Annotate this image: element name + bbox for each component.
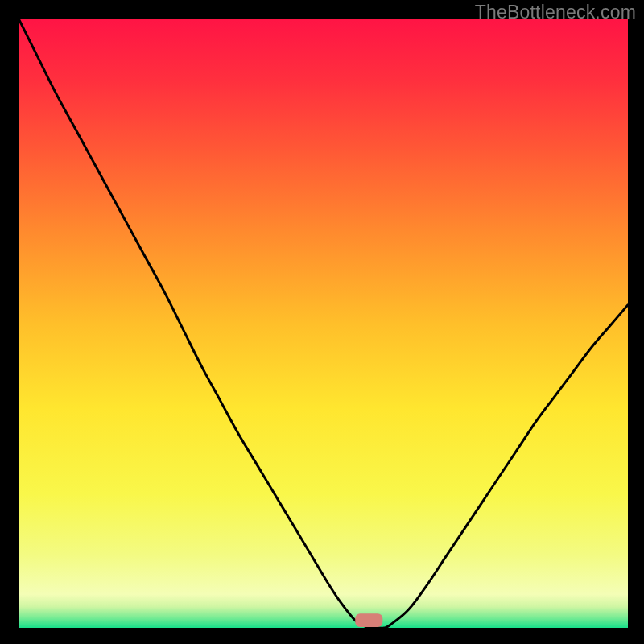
chart-background — [19, 19, 628, 628]
watermark-text: TheBottleneck.com — [475, 2, 636, 23]
chart-svg — [19, 19, 628, 628]
chart-frame: TheBottleneck.com — [0, 0, 644, 644]
plot-area — [19, 19, 628, 628]
optimal-marker — [355, 613, 382, 627]
